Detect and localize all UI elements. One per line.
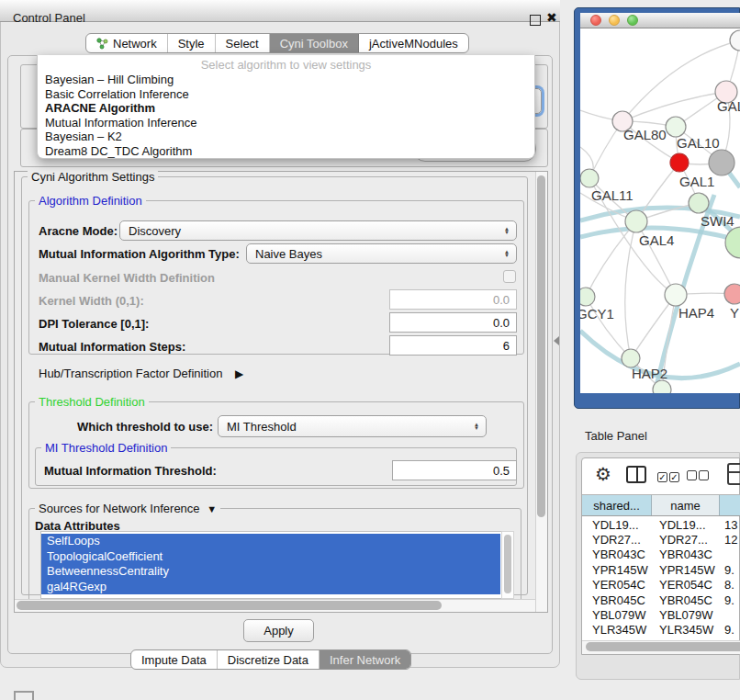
node-hap2-label: HAP2: [632, 366, 667, 381]
node-salmon[interactable]: [724, 284, 740, 304]
algorithm-option-basic-correlation-inference[interactable]: Basic Correlation Inference: [38, 87, 534, 102]
tab-cyni-toolbox[interactable]: Cyni Toolbox: [270, 34, 359, 52]
select-all-checkbox-icon[interactable]: ✓✓: [657, 469, 681, 483]
table-row[interactable]: YBL079WYBL079W: [582, 607, 740, 622]
table-cell: 9.: [720, 563, 740, 577]
attribute-item-betweennesscentrality[interactable]: BetweennessCentrality: [41, 564, 500, 580]
table-row[interactable]: YER054CYER054C8.: [582, 578, 740, 593]
column-header-shared-name[interactable]: shared...: [582, 495, 652, 515]
gear-icon[interactable]: ⚙: [595, 464, 611, 484]
mi-threshold-field[interactable]: 0.5: [392, 460, 517, 480]
mi-steps-field[interactable]: 6: [389, 335, 517, 356]
column-header-partial[interactable]: [720, 495, 740, 515]
expand-right-icon: ▶: [235, 367, 243, 380]
table-row[interactable]: YDR27...YDR27...12: [582, 532, 740, 547]
settings-vscrollbar-thumb[interactable]: [537, 175, 545, 517]
node-gal4[interactable]: [625, 210, 647, 232]
apply-button[interactable]: Apply: [243, 619, 314, 642]
table-cell: 13: [720, 518, 740, 532]
manual-kernel-checkbox[interactable]: [503, 270, 516, 283]
table-cell: YBL079W: [652, 608, 720, 622]
node-bottom-partial[interactable]: [653, 380, 671, 393]
node-gray[interactable]: [709, 150, 734, 175]
tab-network[interactable]: Network: [86, 34, 168, 52]
tab-label: Network: [113, 37, 157, 51]
zoom-traffic-light[interactable]: [627, 15, 638, 26]
table-cell: YDR27...: [582, 533, 652, 547]
algorithm-option-bayesian-k2[interactable]: Bayesian – K2: [38, 130, 534, 144]
node-hap2[interactable]: [622, 349, 640, 367]
node-hap4-label: HAP4: [678, 305, 714, 321]
attribute-item-selfloops[interactable]: SelfLoops: [41, 534, 500, 549]
table-row[interactable]: YDL19...YDL19...13: [582, 517, 740, 532]
algorithm-option-bayesian-hill-climbing[interactable]: Bayesian – Hill Climbing: [38, 73, 534, 87]
close-traffic-light[interactable]: [590, 15, 601, 26]
node-gal11-label: GAL11: [591, 187, 633, 203]
minimize-traffic-light[interactable]: [609, 15, 620, 26]
float-panel-icon[interactable]: [530, 15, 541, 26]
dpi-tolerance-label: DPI Tolerance [0,1]:: [39, 317, 149, 331]
network-canvas[interactable]: GALGAL80GAL10GAL1GAL11SWI4GAL4HAP4YGCY1H…: [580, 28, 740, 393]
node-hap4[interactable]: [665, 284, 687, 306]
bottom-tab-bar: Impute DataDiscretize DataInfer Network: [130, 649, 411, 670]
tab-infer-network[interactable]: Infer Network: [320, 650, 410, 669]
which-threshold-combo[interactable]: MI Threshold ▲▼: [218, 415, 487, 437]
table-row[interactable]: YBR045CYBR045C9.: [582, 593, 740, 607]
node-gal1[interactable]: [670, 153, 689, 172]
network-window-titlebar[interactable]: [580, 13, 740, 28]
node-gal4-label: GAL4: [639, 232, 674, 248]
sources-group-title[interactable]: Sources for Network Inference ▼: [35, 502, 220, 515]
column-pane-icon[interactable]: [626, 466, 646, 483]
node-salmon-label: Y: [730, 305, 739, 321]
node-gal10[interactable]: [666, 117, 686, 137]
attribute-item-gal4rgexp[interactable]: gal4RGexp: [41, 580, 500, 595]
network-edge: [631, 295, 676, 358]
tab-select[interactable]: Select: [216, 34, 270, 52]
cyni-settings-group-title: Cyni Algorithm Settings: [28, 171, 158, 183]
kernel-width-field[interactable]: 0.0: [389, 289, 517, 310]
column-header-name[interactable]: name: [652, 495, 720, 515]
table-cell: 9.: [720, 593, 740, 607]
node-gal10-label: GAL10: [677, 135, 720, 151]
dpi-tolerance-field[interactable]: 0.0: [389, 312, 517, 333]
manual-kernel-label: Manual Kernel Width Definition: [39, 271, 215, 285]
hub-definition-toggle[interactable]: Hub/Transcription Factor Definition ▶: [39, 367, 243, 380]
network-edge: [625, 221, 636, 358]
node-top-partial[interactable]: [730, 30, 740, 51]
node-big-green[interactable]: [725, 227, 740, 258]
settings-hscrollbar-thumb[interactable]: [17, 601, 442, 610]
close-icon[interactable]: ✖: [546, 10, 557, 25]
node-swi4[interactable]: [689, 193, 709, 213]
tab-impute-data[interactable]: Impute Data: [131, 650, 218, 669]
tab-discretize-data[interactable]: Discretize Data: [218, 650, 320, 669]
attr-list-scrollbar-thumb[interactable]: [504, 535, 511, 593]
deselect-all-checkbox-icon[interactable]: [687, 469, 711, 483]
which-threshold-value: MI Threshold: [227, 420, 297, 434]
aracne-mode-combo[interactable]: Discovery ▲▼: [119, 220, 517, 241]
algorithm-option-dream8-dc-tdc-algorithm[interactable]: Dream8 DC_TDC Algorithm: [38, 144, 534, 159]
mi-type-value: Naive Bayes: [255, 247, 322, 261]
table-cell: YLR345W: [582, 623, 652, 637]
table-cell: YPR145W: [582, 563, 652, 577]
table-row[interactable]: YPR145WYPR145W9.: [582, 562, 740, 577]
node-gal11[interactable]: [580, 169, 599, 187]
tab-jactivemnodules[interactable]: jActiveMNodules: [359, 34, 468, 52]
sources-title-text: Sources for Network Inference: [39, 502, 200, 515]
table-row[interactable]: YLR345WYLR345W9.: [582, 623, 740, 638]
table-mode-icon[interactable]: [727, 463, 740, 485]
tab-label: Style: [178, 37, 205, 51]
table-cell: YER054C: [582, 578, 652, 592]
table-cell: YBR045C: [652, 593, 720, 607]
splitter-collapse-icon[interactable]: [554, 336, 559, 345]
minimized-panel-icon[interactable]: [14, 691, 34, 700]
table-row[interactable]: YBR043CYBR043C: [582, 548, 740, 562]
node-gcy1[interactable]: [580, 288, 595, 306]
mi-type-combo[interactable]: Naive Bayes ▲▼: [246, 243, 517, 264]
attribute-item-topologicalcoefficient[interactable]: TopologicalCoefficient: [41, 549, 500, 565]
table-hscrollbar-thumb[interactable]: [586, 642, 740, 651]
algorithm-option-aracne-algorithm[interactable]: ARACNE Algorithm: [38, 101, 534, 116]
tab-style[interactable]: Style: [168, 34, 216, 52]
algorithm-dropdown-popup: Select algorithm to view settings Bayesi…: [37, 55, 535, 159]
data-attributes-list[interactable]: SelfLoopsTopologicalCoefficientBetweenne…: [40, 531, 514, 599]
algorithm-option-mutual-information-inference[interactable]: Mutual Information Inference: [38, 116, 534, 130]
